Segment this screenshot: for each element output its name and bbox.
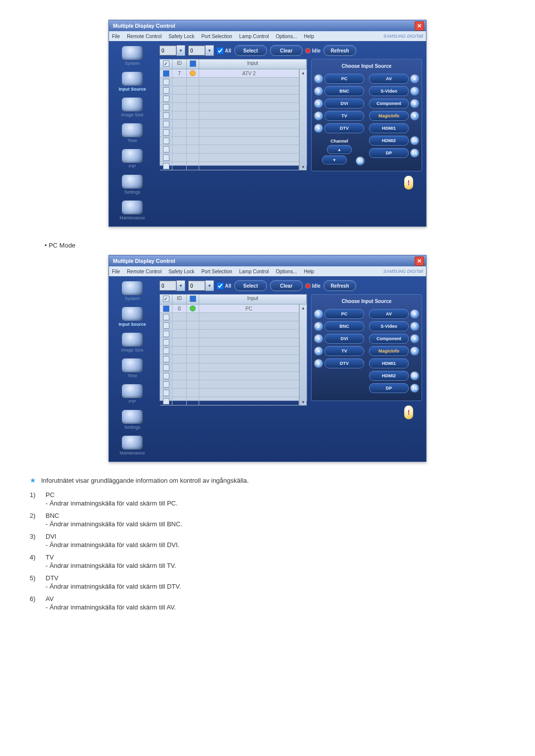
src-component[interactable]: Component <box>369 334 409 344</box>
src-av[interactable]: AV <box>369 309 409 319</box>
table-row[interactable] <box>160 338 299 347</box>
sidebar-item-pip[interactable]: PIP <box>112 148 152 171</box>
table-row[interactable] <box>160 86 299 95</box>
table-row[interactable] <box>160 153 299 162</box>
scrollbar[interactable]: ▲▼ <box>299 69 307 170</box>
sidebar-item-image-size[interactable]: Image Size <box>112 97 152 119</box>
menu-safety[interactable]: Safety Lock <box>168 34 194 39</box>
table-row[interactable] <box>160 120 299 128</box>
src-av[interactable]: AV <box>369 74 409 84</box>
table-row[interactable] <box>160 78 299 86</box>
all-checkbox[interactable]: All <box>217 283 231 289</box>
table-row[interactable] <box>160 111 299 120</box>
src-dp[interactable]: DP <box>369 383 409 393</box>
menu-lamp[interactable]: Lamp Control <box>239 34 269 39</box>
sidebar-item-input-source[interactable]: Input Source <box>112 71 152 94</box>
src-svideo[interactable]: S-Video <box>369 321 409 331</box>
menu-file[interactable]: File <box>112 269 120 274</box>
src-bnc[interactable]: BNC <box>324 86 364 96</box>
list-item: 1)PC- Ändrar inmatningskälla för vald sk… <box>30 491 505 507</box>
menu-options[interactable]: Options... <box>276 269 297 274</box>
table-row[interactable]: 7 ATV 2 <box>160 69 299 78</box>
channel-up-button[interactable]: ▲ <box>327 145 352 154</box>
table-row[interactable] <box>160 313 299 321</box>
table-row[interactable] <box>160 321 299 330</box>
table-row[interactable] <box>160 380 299 389</box>
header-checkbox[interactable] <box>163 296 169 302</box>
spinner-to[interactable]: ▼ <box>188 280 214 291</box>
sidebar-item-time[interactable]: Time <box>112 357 152 380</box>
sidebar-item-maintenance[interactable]: Maintenance <box>112 435 152 457</box>
menu-port[interactable]: Port Selection <box>201 269 232 274</box>
sidebar-item-time[interactable]: Time <box>112 122 152 145</box>
table-row[interactable] <box>160 397 299 405</box>
src-dvi[interactable]: DVI <box>324 334 364 344</box>
src-tv[interactable]: TV <box>324 346 364 356</box>
table-row[interactable] <box>160 162 299 170</box>
src-hdmi1[interactable]: HDMI1 <box>369 123 409 133</box>
src-pc[interactable]: PC <box>324 309 364 319</box>
sidebar-item-image-size[interactable]: Image Size <box>112 332 152 354</box>
sidebar-item-system[interactable]: System <box>112 280 152 303</box>
menu-remote[interactable]: Remote Control <box>127 269 161 274</box>
src-svideo[interactable]: S-Video <box>369 86 409 96</box>
sidebar-item-system[interactable]: System <box>112 45 152 68</box>
src-component[interactable]: Component <box>369 99 409 108</box>
table-row[interactable]: 0 PC <box>160 304 299 313</box>
table-row[interactable] <box>160 389 299 397</box>
src-tv[interactable]: TV <box>324 111 364 121</box>
spinner-to[interactable]: ▼ <box>188 45 214 56</box>
all-checkbox[interactable]: All <box>217 48 231 54</box>
select-button[interactable]: Select <box>234 280 267 291</box>
src-bnc[interactable]: BNC <box>324 321 364 331</box>
menu-port[interactable]: Port Selection <box>201 34 232 39</box>
src-hdmi2[interactable]: HDMI2 <box>369 136 409 146</box>
channel-down-button[interactable]: ▼ <box>322 155 347 164</box>
src-dvi[interactable]: DVI <box>324 99 364 108</box>
src-magicinfo[interactable]: MagicInfo <box>369 111 409 121</box>
table-row[interactable] <box>160 137 299 145</box>
sidebar-item-settings[interactable]: Settings <box>112 174 152 197</box>
src-hdmi1[interactable]: HDMI1 <box>369 358 409 368</box>
table-row[interactable] <box>160 372 299 380</box>
table-row[interactable] <box>160 128 299 137</box>
close-icon[interactable]: ✕ <box>415 256 424 266</box>
table-row[interactable] <box>160 95 299 103</box>
menu-remote[interactable]: Remote Control <box>127 34 161 39</box>
clear-button[interactable]: Clear <box>270 280 303 291</box>
display-table: ID Input 7 ATV 2 <box>160 59 307 166</box>
clear-button[interactable]: Clear <box>270 45 303 56</box>
toolbar: ▼ ▼ All Select Clear Idle Refresh <box>160 45 422 56</box>
menu-help[interactable]: Help <box>304 34 315 39</box>
sidebar-item-pip[interactable]: PIP <box>112 383 152 406</box>
table-row[interactable] <box>160 103 299 111</box>
src-dtv[interactable]: DTV <box>324 358 364 368</box>
sidebar-item-maintenance[interactable]: Maintenance <box>112 200 152 222</box>
menu-help[interactable]: Help <box>304 269 315 274</box>
table-row[interactable] <box>160 355 299 363</box>
src-dp[interactable]: DP <box>369 148 409 158</box>
row-checkbox[interactable] <box>163 305 169 312</box>
spinner-from[interactable]: ▼ <box>160 280 185 291</box>
table-row[interactable] <box>160 145 299 153</box>
src-dtv[interactable]: DTV <box>324 123 364 133</box>
src-magicinfo[interactable]: MagicInfo <box>369 346 409 356</box>
table-row[interactable] <box>160 347 299 355</box>
close-icon[interactable]: ✕ <box>415 21 424 31</box>
src-pc[interactable]: PC <box>324 74 364 84</box>
table-row[interactable] <box>160 363 299 372</box>
spinner-from[interactable]: ▼ <box>160 45 185 56</box>
menu-file[interactable]: File <box>112 34 120 39</box>
table-row[interactable] <box>160 330 299 338</box>
menu-options[interactable]: Options... <box>276 34 297 39</box>
sidebar-item-settings[interactable]: Settings <box>112 409 152 432</box>
scrollbar[interactable]: ▲▼ <box>299 304 307 405</box>
sidebar-item-input-source[interactable]: Input Source <box>112 306 152 329</box>
menu-lamp[interactable]: Lamp Control <box>239 269 269 274</box>
header-checkbox[interactable] <box>163 60 169 67</box>
refresh-button[interactable]: Refresh <box>323 280 356 291</box>
refresh-button[interactable]: Refresh <box>323 45 356 56</box>
row-checkbox[interactable] <box>163 70 169 77</box>
select-button[interactable]: Select <box>234 45 267 56</box>
menu-safety[interactable]: Safety Lock <box>168 269 194 274</box>
